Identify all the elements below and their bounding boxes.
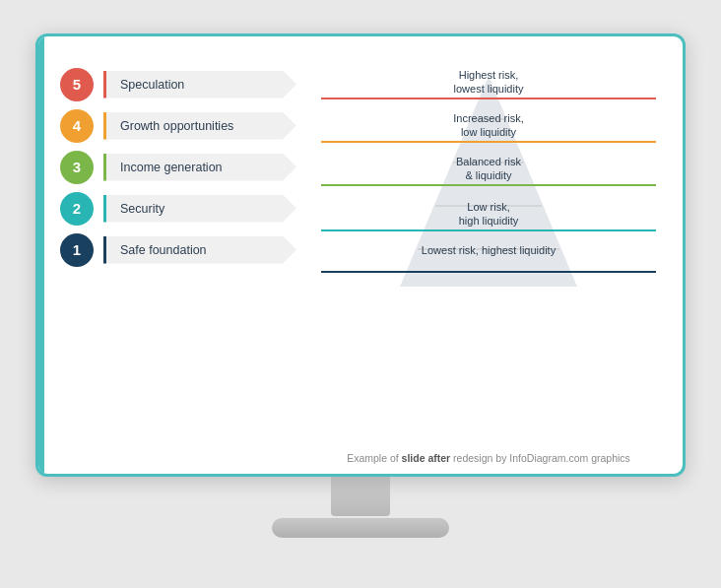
monitor-screen: 5Speculation4Growth opportunities3Income… (35, 33, 686, 477)
footer-text: Example of slide after redesign by InfoD… (347, 444, 630, 464)
risk-label-text: Security (103, 195, 296, 223)
pyramid-label: Highest risk,lowest liquidity (316, 68, 661, 97)
pyramid-label: Lowest risk, highest liquidity (316, 243, 661, 257)
risk-label-text: Growth opportunities (103, 112, 296, 140)
pyramid-line (321, 141, 656, 143)
main-area: 5Speculation4Growth opportunities3Income… (60, 68, 661, 464)
risk-label-wrap: Speculation (103, 71, 296, 98)
pyramid-label: Low risk,high liquidity (316, 200, 661, 229)
pyramid-label: Increased risk,low liquidity (316, 111, 661, 140)
risk-item: 2Security (60, 192, 296, 226)
monitor-bottom-bar (38, 474, 683, 477)
risk-item: 5Speculation (60, 68, 296, 101)
risk-label-wrap: Security (103, 195, 296, 223)
risk-circle: 4 (60, 109, 94, 143)
risk-circle: 3 (60, 151, 94, 184)
risk-label-text: Speculation (103, 71, 296, 98)
pyramid-area: Highest risk,lowest liquidityIncreased r… (316, 68, 661, 464)
risk-list: 5Speculation4Growth opportunities3Income… (60, 68, 296, 464)
risk-circle: 2 (60, 192, 94, 226)
risk-item: 1Safe foundation (60, 233, 296, 267)
risk-label-wrap: Growth opportunities (103, 112, 296, 140)
risk-circle: 1 (60, 233, 94, 267)
pyramid-container: Highest risk,lowest liquidityIncreased r… (316, 68, 661, 294)
risk-label-wrap: Safe foundation (103, 236, 296, 264)
monitor: 5Speculation4Growth opportunities3Income… (35, 33, 686, 555)
pyramid-line (321, 229, 656, 231)
pyramid-label: Balanced risk& liquidity (316, 155, 661, 183)
stand-neck (331, 477, 390, 516)
pyramid-line (321, 184, 656, 186)
left-accent-bar (38, 36, 44, 474)
risk-label-text: Income generation (103, 154, 296, 181)
risk-label-text: Safe foundation (103, 236, 296, 264)
risk-item: 4Growth opportunities (60, 109, 296, 143)
pyramid-line (321, 98, 656, 99)
screen-content: 5Speculation4Growth opportunities3Income… (38, 36, 683, 474)
pyramid-labels: Highest risk,lowest liquidityIncreased r… (316, 68, 661, 294)
risk-label-wrap: Income generation (103, 154, 296, 181)
risk-item: 3Income generation (60, 151, 296, 184)
pyramid-line (321, 271, 656, 273)
monitor-stand (35, 477, 686, 538)
risk-circle: 5 (60, 68, 94, 101)
stand-base (272, 518, 449, 538)
